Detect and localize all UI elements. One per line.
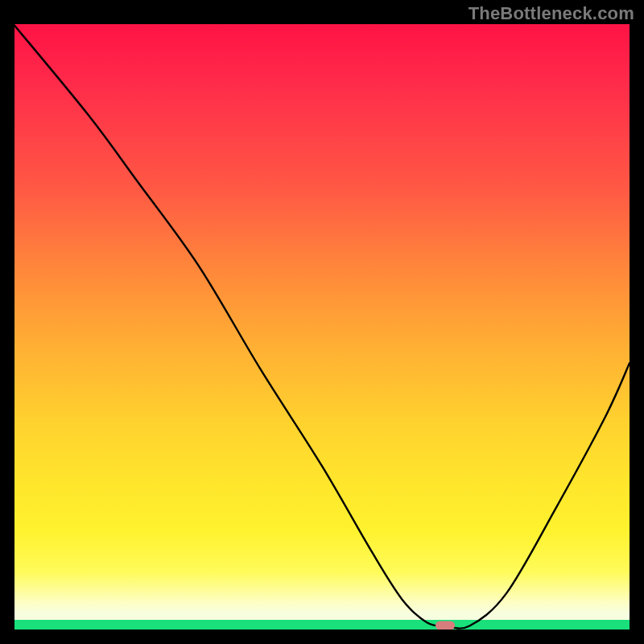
optimum-marker — [436, 621, 455, 630]
plot-area — [14, 24, 630, 630]
bottleneck-curve — [14, 26, 630, 629]
curve-layer — [14, 24, 630, 630]
chart-frame: TheBottleneck.com — [0, 0, 644, 644]
watermark-label: TheBottleneck.com — [469, 3, 634, 24]
